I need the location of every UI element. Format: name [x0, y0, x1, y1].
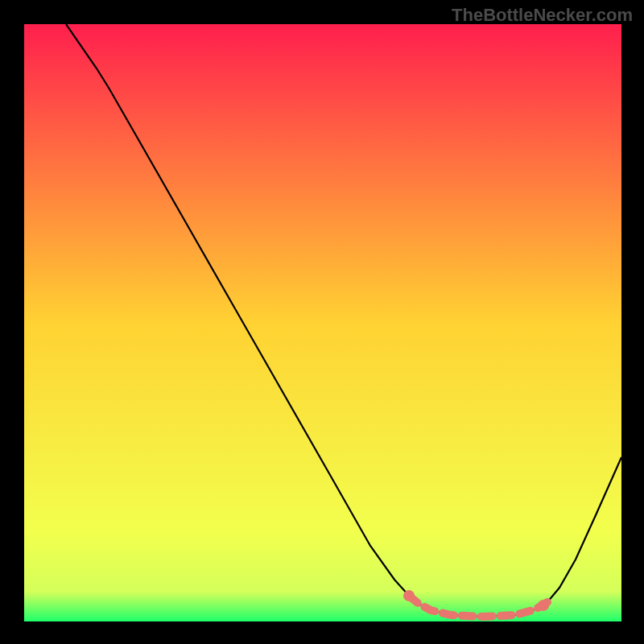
highlight-dot [538, 600, 549, 611]
highlight-dot [403, 590, 415, 601]
gradient-background [24, 24, 621, 621]
chart-frame [24, 24, 621, 621]
watermark-text: TheBottleNecker.com [452, 5, 633, 26]
chart-svg [24, 24, 621, 621]
